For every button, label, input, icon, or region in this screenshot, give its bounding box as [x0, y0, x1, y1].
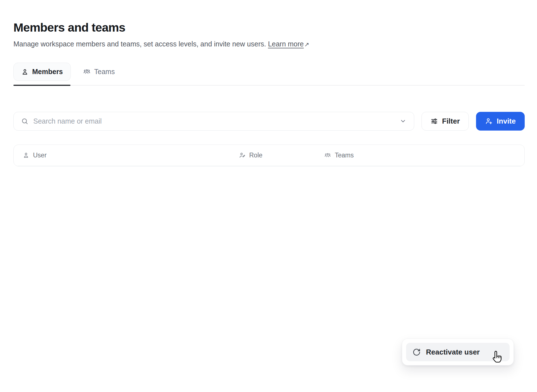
refresh-icon	[413, 348, 421, 356]
column-header-role-label: Role	[249, 152, 262, 159]
column-header-teams-label: Teams	[335, 152, 354, 159]
learn-more-link[interactable]: Learn more	[268, 40, 304, 48]
tab-teams-label: Teams	[94, 68, 115, 76]
user-pen-icon	[239, 152, 246, 159]
users-icon	[83, 68, 91, 75]
filter-button-label: Filter	[442, 117, 460, 126]
external-link-arrow-icon: ↗	[304, 41, 309, 48]
user-icon	[21, 68, 29, 75]
active-tab-indicator	[13, 85, 70, 86]
user-icon	[23, 152, 29, 159]
toolbar: Filter Invite	[13, 112, 525, 131]
search-icon	[21, 117, 29, 125]
tab-members[interactable]: Members	[13, 63, 71, 81]
invite-button[interactable]: Invite	[476, 112, 525, 131]
column-header-role: Role	[239, 152, 324, 159]
subtitle-text: Manage workspace members and teams, set …	[13, 40, 266, 48]
tabs-divider	[13, 85, 525, 86]
page-subtitle: Manage workspace members and teams, set …	[13, 40, 525, 48]
search-box[interactable]	[13, 112, 414, 131]
users-icon	[324, 152, 331, 159]
menu-item-reactivate-user[interactable]: Reactivate user	[406, 343, 510, 361]
chevron-down-icon[interactable]	[399, 117, 407, 125]
members-and-teams-page: Members and teams Manage workspace membe…	[0, 0, 537, 166]
tab-members-label: Members	[32, 68, 63, 76]
search-input[interactable]	[33, 117, 395, 125]
row-context-menu: Reactivate user	[402, 339, 514, 365]
column-header-user-label: User	[33, 152, 47, 159]
user-plus-icon	[485, 117, 493, 125]
members-table: User Role Teams	[13, 145, 525, 166]
column-header-teams: Teams	[324, 152, 505, 159]
sliders-icon	[430, 117, 438, 125]
tab-teams[interactable]: Teams	[83, 68, 115, 76]
menu-item-label: Reactivate user	[426, 348, 480, 356]
tab-bar: Members Teams	[13, 63, 525, 81]
table-header-row: User Role Teams	[14, 145, 524, 166]
filter-button[interactable]: Filter	[421, 112, 469, 131]
column-header-user: User	[23, 152, 239, 159]
invite-button-label: Invite	[497, 117, 516, 126]
page-title: Members and teams	[13, 21, 525, 34]
